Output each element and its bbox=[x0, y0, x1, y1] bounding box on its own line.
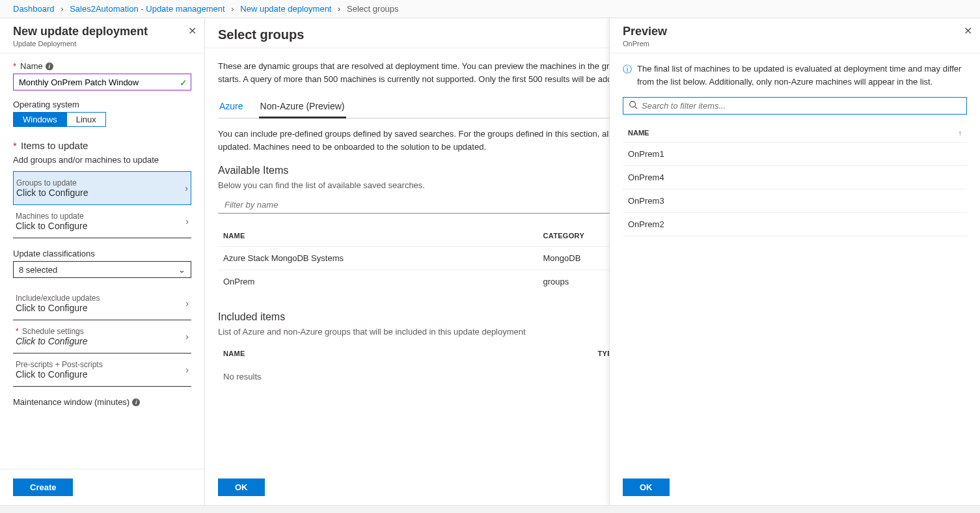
list-item[interactable]: OnPrem1 bbox=[623, 143, 967, 166]
svg-point-0 bbox=[630, 102, 636, 107]
horizontal-scrollbar[interactable] bbox=[0, 505, 980, 513]
create-button[interactable]: Create bbox=[13, 478, 73, 496]
machines-to-update-item[interactable]: Machines to update Click to Configure › bbox=[13, 205, 191, 238]
tab-azure[interactable]: Azure bbox=[218, 97, 245, 118]
panel-title: New update deployment bbox=[13, 25, 191, 38]
chevron-right-icon: › bbox=[61, 4, 63, 14]
os-label: Operating system bbox=[13, 100, 191, 109]
col-name[interactable]: NAME bbox=[218, 343, 593, 364]
new-deployment-panel: New update deployment Update Deployment … bbox=[0, 18, 205, 505]
classifications-select[interactable]: 8 selected ⌄ bbox=[13, 261, 191, 278]
os-windows-button[interactable]: Windows bbox=[13, 112, 66, 127]
breadcrumb-link[interactable]: Sales2Automation - Update management bbox=[70, 4, 225, 14]
search-box[interactable] bbox=[623, 97, 967, 115]
ok-button[interactable]: OK bbox=[218, 478, 265, 496]
name-label: *Name i bbox=[13, 61, 191, 71]
svg-line-1 bbox=[635, 107, 638, 109]
include-exclude-item[interactable]: Include/exclude updates Click to Configu… bbox=[13, 287, 191, 320]
search-icon bbox=[629, 100, 638, 111]
list-item[interactable]: OnPrem2 bbox=[623, 213, 967, 236]
info-icon[interactable]: i bbox=[46, 62, 53, 70]
chevron-down-icon: ⌄ bbox=[178, 265, 185, 275]
preview-panel: Preview OnPrem ✕ ⓘ The final list of mac… bbox=[609, 18, 980, 505]
col-name[interactable]: NAME bbox=[628, 129, 649, 137]
info-icon[interactable]: i bbox=[132, 398, 140, 406]
classifications-label: Update classifications bbox=[13, 249, 191, 258]
search-input[interactable] bbox=[642, 101, 961, 111]
close-icon[interactable]: ✕ bbox=[964, 25, 972, 37]
chevron-right-icon: › bbox=[185, 216, 189, 227]
items-sub: Add groups and/or machines to update bbox=[13, 155, 191, 165]
tab-non-azure[interactable]: Non-Azure (Preview) bbox=[259, 97, 346, 118]
schedule-settings-item[interactable]: * Schedule settings Click to Configure › bbox=[13, 320, 191, 354]
chevron-right-icon: › bbox=[185, 331, 189, 342]
list-item[interactable]: OnPrem3 bbox=[623, 189, 967, 213]
col-name[interactable]: NAME bbox=[218, 225, 538, 247]
panel-subtitle: OnPrem bbox=[623, 40, 967, 48]
maintenance-label: Maintenance window (minutes) i bbox=[13, 397, 191, 407]
items-title: * Items to update bbox=[13, 140, 191, 151]
breadcrumb-link[interactable]: New update deployment bbox=[240, 4, 331, 14]
check-icon: ✓ bbox=[180, 77, 187, 88]
panel-title: Preview bbox=[623, 25, 967, 38]
breadcrumb: Dashboard › Sales2Automation - Update ma… bbox=[0, 0, 980, 18]
name-input[interactable] bbox=[13, 74, 191, 90]
chevron-right-icon: › bbox=[185, 183, 188, 193]
os-linux-button[interactable]: Linux bbox=[66, 112, 106, 127]
close-icon[interactable]: ✕ bbox=[188, 25, 197, 37]
chevron-right-icon: › bbox=[338, 4, 340, 14]
chevron-right-icon: › bbox=[231, 4, 234, 14]
ok-button[interactable]: OK bbox=[623, 478, 670, 496]
groups-to-update-item[interactable]: Groups to update Click to Configure › bbox=[13, 171, 191, 205]
sort-icon[interactable]: ↑ bbox=[959, 129, 962, 137]
breadcrumb-current: Select groups bbox=[347, 4, 399, 14]
panel-subtitle: Update Deployment bbox=[13, 40, 191, 48]
breadcrumb-link[interactable]: Dashboard bbox=[13, 4, 55, 14]
list-item[interactable]: OnPrem4 bbox=[623, 166, 967, 189]
info-icon: ⓘ bbox=[623, 62, 632, 88]
chevron-right-icon: › bbox=[185, 365, 189, 375]
info-text: The final list of machines to be updated… bbox=[637, 62, 967, 88]
chevron-right-icon: › bbox=[185, 298, 189, 309]
pre-post-scripts-item[interactable]: Pre-scripts + Post-scripts Click to Conf… bbox=[13, 354, 191, 387]
